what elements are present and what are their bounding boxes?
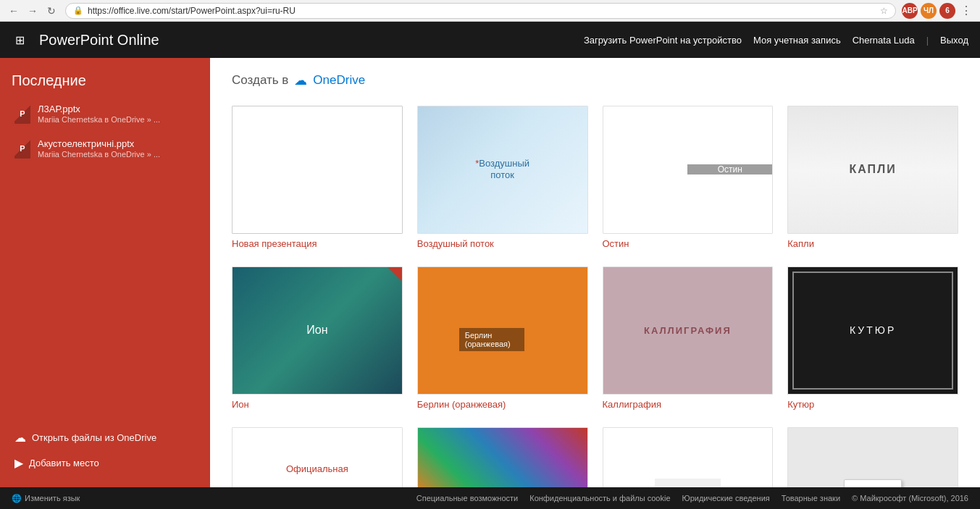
- top-nav: ⊞ PowerPoint Online Загрузить PowerPoint…: [0, 22, 980, 58]
- template-thumb-couture: КУТЮР: [787, 266, 958, 395]
- template-newspaper[interactable]: Газетная бумага Газетная бумага: [603, 427, 774, 487]
- template-thumb-berlin: Берлин (оранжевая): [417, 266, 588, 395]
- cloud-icon: ☁: [14, 431, 26, 445]
- app-container: ⊞ PowerPoint Online Загрузить PowerPoint…: [0, 22, 980, 509]
- template-thumb-calligraphy: КАЛЛИГРАФИЯ: [603, 266, 774, 395]
- newspaper-white: Газетная бумага: [655, 479, 721, 487]
- top-nav-left: ⊞ PowerPoint Online: [0, 29, 159, 51]
- accessibility-link[interactable]: Специальные возможности: [416, 494, 518, 502]
- back-button[interactable]: ←: [6, 3, 22, 19]
- create-header: Создать в ☁ OneDrive: [232, 72, 958, 88]
- template-official[interactable]: Официальная Официальная: [232, 427, 403, 487]
- template-button[interactable]: Кнопка Кнопка: [787, 427, 958, 487]
- template-label-droplets: Капли: [787, 238, 958, 249]
- lock-icon: 🔒: [73, 6, 83, 15]
- user-name: Chernata Luda: [853, 35, 915, 46]
- legal-link[interactable]: Юридические сведения: [682, 494, 770, 502]
- official-top: Официальная: [286, 428, 348, 487]
- menu-button[interactable]: ⋮: [958, 3, 974, 19]
- template-berlin[interactable]: Берлин (оранжевая) Берлин (оранжевая): [417, 266, 588, 410]
- open-onedrive-label: Открыть файлы из OneDrive: [32, 432, 156, 443]
- austin-label-text: Остин: [718, 164, 742, 174]
- template-calligraphy[interactable]: КАЛЛИГРАФИЯ Каллиграфия: [603, 266, 774, 410]
- template-thumb-jet: СЛЕД САМОЛЕТА (ТЕМНАЯ 1): [417, 427, 588, 487]
- notification-button[interactable]: 6: [939, 3, 955, 19]
- template-airflow[interactable]: *Воздушныйпоток Воздушный поток: [417, 106, 588, 249]
- footer-left: 🌐 Изменить язык: [12, 494, 80, 503]
- file-icon-letter-1: P: [20, 109, 25, 118]
- template-label-calligraphy: Каллиграфия: [603, 399, 774, 410]
- address-url: https://office.live.com/start/PowerPoint…: [88, 6, 876, 16]
- onedrive-text: OneDrive: [313, 73, 365, 88]
- file-name-1: Л3АР.pptx: [38, 104, 196, 114]
- grid-icon[interactable]: ⊞: [9, 29, 30, 51]
- austin-right: Остин: [687, 164, 772, 174]
- forward-button[interactable]: →: [25, 3, 41, 19]
- template-label-couture: Кутюр: [787, 399, 958, 410]
- nav-divider: |: [926, 35, 929, 46]
- template-thumb-blank: [232, 106, 403, 234]
- template-thumb-airflow: *Воздушныйпоток: [417, 106, 588, 234]
- copyright-text: © Майкрософт (Microsoft), 2016: [852, 494, 968, 502]
- template-thumb-newspaper: Газетная бумага: [603, 427, 774, 487]
- droplets-text: КАПЛИ: [849, 163, 896, 176]
- berlin-label-bar: Берлин (оранжевая): [459, 328, 524, 351]
- recent-file-2[interactable]: P Акустоелектричні.pptx Mariia Chernetsk…: [12, 135, 198, 161]
- template-jet[interactable]: СЛЕД САМОЛЕТА (ТЕМНАЯ 1) След самолета: [417, 427, 588, 487]
- sidebar: Последние P Л3АР.pptx Mariia Chernetska …: [0, 58, 210, 487]
- file-path-2: Mariia Chernetska в OneDrive » ...: [38, 150, 196, 159]
- sidebar-spacer: [12, 170, 198, 425]
- footer: 🌐 Изменить язык Специальные возможности …: [0, 487, 980, 509]
- download-link[interactable]: Загрузить PowerPoint на устройство: [584, 35, 742, 46]
- couture-border: КУТЮР: [792, 272, 953, 390]
- calligraphy-text: КАЛЛИГРАФИЯ: [644, 325, 732, 336]
- file-name-2: Акустоелектричні.pptx: [38, 138, 196, 149]
- star-icon[interactable]: ☆: [880, 6, 888, 16]
- file-info-2: Акустоелектричні.pptx Mariia Chernetska …: [38, 138, 196, 159]
- content-area: Последние P Л3АР.pptx Mariia Chernetska …: [0, 58, 980, 487]
- template-droplets[interactable]: КАПЛИ Капли: [787, 106, 958, 249]
- official-title: Официальная: [286, 463, 348, 474]
- template-label-austin: Остин: [603, 238, 774, 249]
- template-label-berlin: Берлин (оранжевая): [417, 399, 588, 410]
- berlin-top: Берлин (оранжевая): [459, 267, 546, 352]
- jet-waves: [418, 428, 587, 487]
- template-ion[interactable]: Ион Ион: [232, 266, 403, 410]
- template-couture[interactable]: КУТЮР Кутюр: [787, 266, 958, 410]
- browser-actions: АВР ЧЛ 6 ⋮: [902, 3, 974, 19]
- plus-icon: ▶: [14, 456, 23, 470]
- main-content: Создать в ☁ OneDrive Новая презентация *…: [210, 58, 980, 487]
- recent-file-1[interactable]: P Л3АР.pptx Mariia Chernetska в OneDrive…: [12, 101, 198, 127]
- couture-text: КУТЮР: [850, 324, 896, 336]
- add-place-label: Добавить место: [29, 458, 99, 468]
- sidebar-bottom: ☁ Открыть файлы из OneDrive ▶ Добавить м…: [12, 425, 198, 476]
- airflow-asterisk: *: [475, 158, 479, 169]
- refresh-button[interactable]: ↻: [43, 3, 59, 19]
- avatar1-button[interactable]: АВР: [902, 3, 918, 19]
- button-inner: Кнопка: [844, 479, 902, 487]
- footer-right: Специальные возможности Конфиденциальнос…: [416, 494, 968, 502]
- language-icon: 🌐: [12, 494, 22, 503]
- account-link[interactable]: Моя учетная запись: [753, 35, 841, 46]
- trademark-link[interactable]: Товарные знаки: [782, 494, 840, 502]
- change-language-link[interactable]: Изменить язык: [25, 494, 80, 502]
- template-thumb-button: Кнопка: [787, 427, 958, 487]
- app-title: PowerPoint Online: [39, 32, 159, 49]
- address-bar[interactable]: 🔒 https://office.live.com/start/PowerPoi…: [65, 3, 896, 19]
- ion-text: Ион: [306, 324, 327, 337]
- open-onedrive-button[interactable]: ☁ Открыть файлы из OneDrive: [12, 425, 198, 450]
- file-info-1: Л3АР.pptx Mariia Chernetska в OneDrive »…: [38, 104, 196, 124]
- add-place-button[interactable]: ▶ Добавить место: [12, 450, 198, 476]
- browser-chrome: ← → ↻ 🔒 https://office.live.com/start/Po…: [0, 0, 980, 22]
- top-nav-right: Загрузить PowerPoint на устройство Моя у…: [584, 35, 980, 46]
- template-blank[interactable]: Новая презентация: [232, 106, 403, 249]
- template-label-ion: Ион: [232, 399, 403, 410]
- template-austin[interactable]: Остин Остин: [603, 106, 774, 249]
- template-thumb-austin: Остин: [603, 106, 774, 234]
- privacy-link[interactable]: Конфиденциальность и файлы cookie: [529, 494, 670, 502]
- template-grid: Новая презентация *Воздушныйпоток Воздуш…: [232, 106, 958, 487]
- avatar2-button[interactable]: ЧЛ: [921, 3, 937, 19]
- create-label: Создать в: [232, 73, 288, 88]
- template-thumb-ion: Ион: [232, 266, 403, 395]
- logout-link[interactable]: Выход: [940, 35, 968, 46]
